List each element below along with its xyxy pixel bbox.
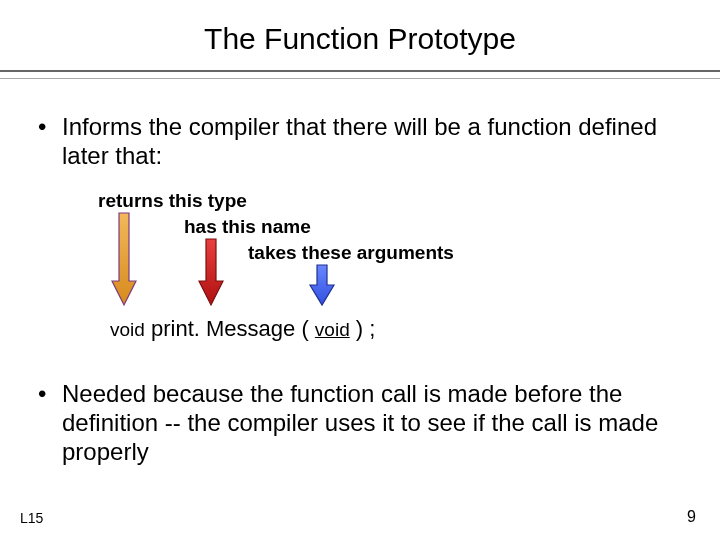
code-function-name: print. Message — [151, 316, 295, 341]
label-has-name: has this name — [184, 216, 311, 238]
bullet-2: Needed because the function call is made… — [38, 380, 682, 466]
footer-left: L15 — [20, 510, 43, 526]
code-argument: void — [315, 319, 350, 340]
bullet-2-text: Needed because the function call is made… — [62, 380, 658, 465]
arrow-takes-arguments — [310, 265, 334, 305]
footer-right: 9 — [687, 508, 696, 526]
label-returns-type: returns this type — [98, 190, 247, 212]
code-paren-close: ) ; — [356, 316, 376, 341]
code-return-keyword: void — [110, 319, 145, 340]
label-takes-arguments: takes these arguments — [248, 242, 454, 264]
bullet-1: Informs the compiler that there will be … — [38, 113, 662, 171]
page-title: The Function Prototype — [0, 0, 720, 70]
title-divider — [0, 70, 720, 79]
code-prototype: void print. Message ( void ) ; — [110, 316, 375, 342]
code-paren-open: ( — [301, 316, 308, 341]
slide: The Function Prototype Informs the compi… — [0, 0, 720, 540]
arrow-has-name — [199, 239, 223, 305]
arrow-returns-type — [112, 213, 136, 305]
bullet-1-text: Informs the compiler that there will be … — [62, 113, 657, 169]
